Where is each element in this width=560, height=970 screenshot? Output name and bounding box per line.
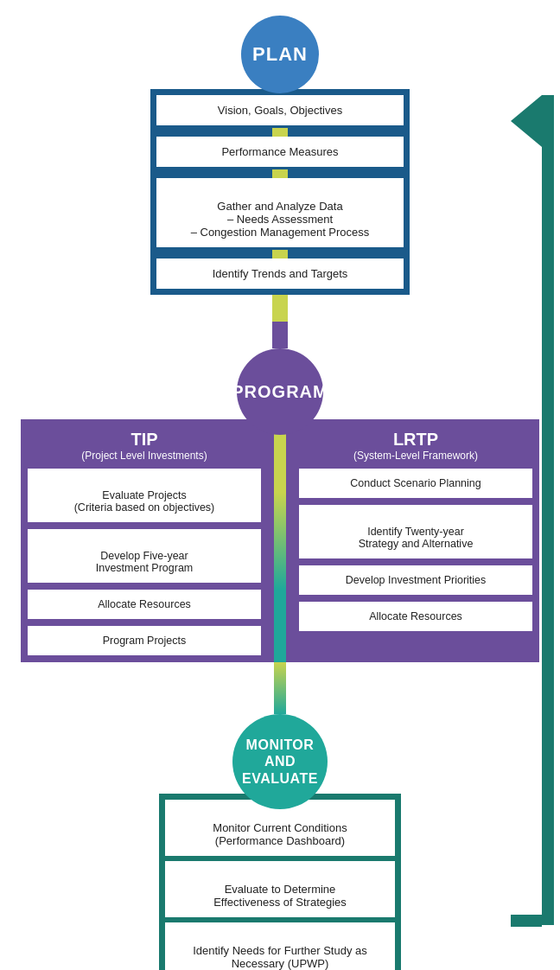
- monitor-item-evaluate: Evaluate to Determine Effectiveness of S…: [165, 861, 395, 917]
- lrtp-item-allocate: Allocate Resources: [299, 602, 532, 631]
- plan-box: Vision, Goals, Objectives Performance Me…: [150, 89, 410, 295]
- monitor-circle: MONITOR AND EVALUATE: [232, 714, 328, 809]
- plan-item-trends: Identify Trends and Targets: [156, 258, 404, 289]
- connector-program-monitor: [274, 662, 286, 714]
- program-circle: PROGRAM: [237, 348, 323, 435]
- plan-item-vision: Vision, Goals, Objectives: [156, 95, 404, 125]
- svg-rect-0: [542, 95, 554, 925]
- program-label: PROGRAM: [232, 382, 328, 402]
- center-bar: [274, 419, 286, 662]
- lrtp-subtitle: (System-Level Framework): [299, 450, 532, 462]
- tip-item-evaluate: Evaluate Projects (Criteria based on obj…: [28, 469, 261, 522]
- center-strip: [268, 419, 292, 662]
- tip-subtitle: (Project Level Investments): [28, 450, 261, 462]
- tip-lrtp-section: TIP (Project Level Investments) Evaluate…: [21, 419, 539, 662]
- lrtp-title: LRTP: [299, 426, 532, 450]
- tip-item-program-projects: Program Projects: [28, 626, 261, 655]
- diagram: PLAN Vision, Goals, Objectives Performan…: [0, 0, 560, 970]
- monitor-item-identify-needs: Identify Needs for Further Study as Nece…: [165, 922, 395, 970]
- svg-rect-2: [511, 915, 542, 927]
- plan-connector-2: [272, 169, 288, 178]
- lrtp-item-twenty-year: Identify Twenty-year Strategy and Altern…: [299, 505, 532, 558]
- lrtp-item-scenario: Conduct Scenario Planning: [299, 469, 532, 498]
- monitor-label-line3: EVALUATE: [242, 770, 318, 787]
- tip-column: TIP (Project Level Investments) Evaluate…: [21, 419, 268, 662]
- plan-item-gather: Gather and Analyze Data – Needs Assessme…: [156, 178, 404, 247]
- lrtp-item-invest-priorities: Develop Investment Priorities: [299, 565, 532, 595]
- plan-circle: PLAN: [241, 16, 319, 93]
- connector-plan-program: [272, 295, 288, 348]
- monitor-label-line2: AND: [264, 753, 296, 769]
- tip-item-allocate: Allocate Resources: [28, 590, 261, 619]
- monitor-box: Monitor Current Conditions (Performance …: [159, 794, 401, 970]
- monitor-section: MONITOR AND EVALUATE Monitor Current Con…: [0, 714, 560, 970]
- tip-item-five-year: Develop Five-year Investment Program: [28, 529, 261, 583]
- lrtp-column: LRTP (System-Level Framework) Conduct Sc…: [292, 419, 539, 662]
- plan-connector-1: [272, 128, 288, 137]
- plan-section: PLAN Vision, Goals, Objectives Performan…: [0, 0, 560, 435]
- plan-label: PLAN: [252, 43, 308, 66]
- monitor-label-line1: MONITOR: [246, 737, 315, 753]
- svg-marker-1: [511, 95, 542, 147]
- plan-item-performance: Performance Measures: [156, 137, 404, 167]
- plan-connector-3: [272, 250, 288, 258]
- tip-title: TIP: [28, 426, 261, 450]
